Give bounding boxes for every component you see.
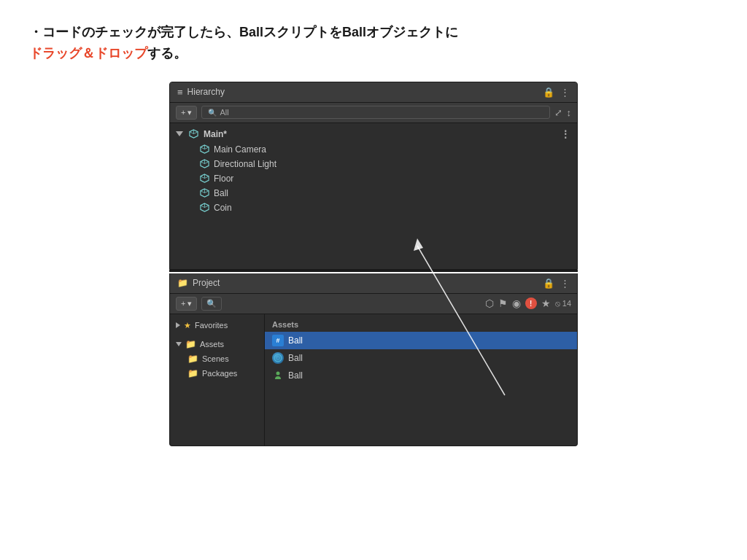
hierarchy-expand-icon[interactable]: ⤢ <box>554 107 562 118</box>
scenes-folder-icon: 📁 <box>187 354 198 364</box>
hierarchy-more-icon[interactable]: ⋮ <box>560 87 570 98</box>
svg-line-3 <box>193 132 198 134</box>
scenes-label: Scenes <box>202 354 229 363</box>
project-toolbar-icons: ⬡ ⚑ ◉ ! ★ ⦸ 14 <box>485 298 571 309</box>
assets-collapse-icon <box>176 342 182 346</box>
project-title: 📁 Project <box>177 278 220 288</box>
svg-line-19 <box>204 191 209 193</box>
project-lock-icon[interactable]: 🔒 <box>543 278 554 289</box>
project-search-icon: 🔍 <box>206 299 217 308</box>
directional-light-icon <box>199 159 209 169</box>
hierarchy-toolbar-right: ⤢ ↕ <box>554 107 572 118</box>
favorites-star-icon: ★ <box>184 321 191 330</box>
favorites-collapse-icon <box>176 322 180 328</box>
project-content: ★ Favorites 📁 Assets 📁 Scenes 📁 Packages <box>170 314 577 446</box>
ball-person-icon <box>272 370 284 381</box>
sidebar-item-favorites[interactable]: ★ Favorites <box>170 319 264 332</box>
hierarchy-item-directional-light[interactable]: Directional Light <box>170 157 577 171</box>
project-search-box[interactable]: 🔍 <box>201 297 222 311</box>
coin-label: Coin <box>214 203 232 213</box>
hierarchy-scene-row[interactable]: Main* ⋮ <box>170 126 577 142</box>
directional-light-label: Directional Light <box>214 159 276 169</box>
floor-icon <box>199 174 209 184</box>
instruction-highlight: ドラッグ＆ドロップ <box>29 46 147 61</box>
instruction-text-part1: ・コードのチェックが完了したら、BallスクリプトをBallオブジェクトに <box>29 25 458 39</box>
svg-line-14 <box>200 176 204 179</box>
scene-collapse-icon <box>176 131 183 136</box>
project-toolbar: + ▾ 🔍 ⬡ ⚑ ◉ ! ★ ⦸ 14 <box>170 294 577 314</box>
coin-icon <box>199 203 209 213</box>
hierarchy-list-icon: ≡ <box>177 87 183 98</box>
hierarchy-item-floor[interactable]: Floor <box>170 171 577 186</box>
ball-hierarchy-icon <box>199 188 209 198</box>
hierarchy-add-button[interactable]: + ▾ <box>176 106 197 120</box>
ball-person-label: Ball <box>288 370 303 381</box>
project-more-icon[interactable]: ⋮ <box>560 278 570 289</box>
main-camera-icon <box>199 144 209 155</box>
hierarchy-header: ≡ Hierarchy 🔒 ⋮ <box>170 82 577 103</box>
scene-unity-icon <box>187 128 199 140</box>
panel-separator <box>169 270 578 272</box>
hierarchy-item-main-camera[interactable]: Main Camera <box>170 142 577 157</box>
project-panel: 📁 Project 🔒 ⋮ + ▾ 🔍 ⬡ ⚑ ◉ ! ★ ⦸ 14 <box>169 273 578 446</box>
ball-script-label: Ball <box>288 335 303 346</box>
project-sidebar: ★ Favorites 📁 Assets 📁 Scenes 📁 Packages <box>170 314 265 446</box>
main-camera-label: Main Camera <box>214 144 266 155</box>
project-icon-1[interactable]: ⬡ <box>485 298 494 309</box>
search-placeholder: All <box>220 108 228 117</box>
sidebar-item-packages[interactable]: 📁 Packages <box>170 366 264 381</box>
packages-folder-icon: 📁 <box>187 368 198 378</box>
svg-line-11 <box>204 162 209 164</box>
svg-point-26 <box>276 371 280 375</box>
project-add-label: + <box>181 299 185 308</box>
assets-label: Assets <box>200 340 224 349</box>
scene-more-icon[interactable]: ⋮ <box>560 128 571 140</box>
search-icon: 🔍 <box>208 109 217 117</box>
hierarchy-search-box[interactable]: 🔍 All <box>201 106 549 119</box>
sidebar-item-scenes[interactable]: 📁 Scenes <box>170 351 264 366</box>
svg-line-15 <box>204 176 209 179</box>
svg-point-25 <box>276 356 280 359</box>
svg-line-10 <box>200 162 204 164</box>
floor-label: Floor <box>214 174 233 184</box>
project-folder-icon: 📁 <box>177 278 188 288</box>
ball-circle-icon <box>272 352 284 364</box>
asset-item-ball-script[interactable]: # Ball <box>265 332 577 349</box>
hierarchy-title-label: Hierarchy <box>187 87 225 97</box>
project-add-button[interactable]: + ▾ <box>176 297 197 311</box>
ball-circle-label: Ball <box>288 353 303 363</box>
project-header: 📁 Project 🔒 ⋮ <box>170 273 577 294</box>
ball-hierarchy-label: Ball <box>214 188 228 198</box>
svg-line-6 <box>200 147 204 149</box>
assets-main-header: Assets <box>265 317 577 332</box>
assets-folder-icon: 📁 <box>185 339 196 349</box>
project-icon-star[interactable]: ★ <box>541 298 551 309</box>
svg-line-23 <box>204 206 209 208</box>
hierarchy-item-coin[interactable]: Coin <box>170 201 577 215</box>
project-icon-2[interactable]: ⚑ <box>498 298 508 309</box>
svg-line-7 <box>204 147 209 149</box>
ball-script-icon: # <box>272 335 284 346</box>
project-header-right: 🔒 ⋮ <box>543 278 570 289</box>
asset-item-ball-person[interactable]: Ball <box>265 367 577 384</box>
svg-point-24 <box>274 354 282 362</box>
svg-line-22 <box>200 206 204 208</box>
hierarchy-lock-icon[interactable]: 🔒 <box>543 87 554 98</box>
hierarchy-title: ≡ Hierarchy <box>177 87 225 98</box>
favorites-label: Favorites <box>195 321 228 330</box>
hierarchy-item-ball[interactable]: Ball <box>170 186 577 201</box>
hierarchy-panel: ≡ Hierarchy 🔒 ⋮ + ▾ 🔍 All ⤢ ↕ <box>169 82 578 270</box>
hierarchy-toolbar: + ▾ 🔍 All ⤢ ↕ <box>170 103 577 123</box>
add-label: + <box>181 108 185 117</box>
project-dropdown-label: ▾ <box>187 299 192 308</box>
svg-line-2 <box>189 132 193 134</box>
unity-editor-wrapper: ≡ Hierarchy 🔒 ⋮ + ▾ 🔍 All ⤢ ↕ <box>169 82 578 446</box>
project-title-label: Project <box>193 278 220 288</box>
sidebar-item-assets[interactable]: 📁 Assets <box>170 337 264 351</box>
hierarchy-sort-icon[interactable]: ↕ <box>567 107 572 118</box>
project-icon-count: ⦸ 14 <box>555 299 571 308</box>
asset-item-ball-circle[interactable]: Ball <box>265 349 577 367</box>
project-icon-exclamation[interactable]: ! <box>525 298 537 309</box>
project-icon-3[interactable]: ◉ <box>512 298 521 309</box>
instruction-block: ・コードのチェックが完了したら、BallスクリプトをBallオブジェクトに ドラ… <box>29 22 718 64</box>
